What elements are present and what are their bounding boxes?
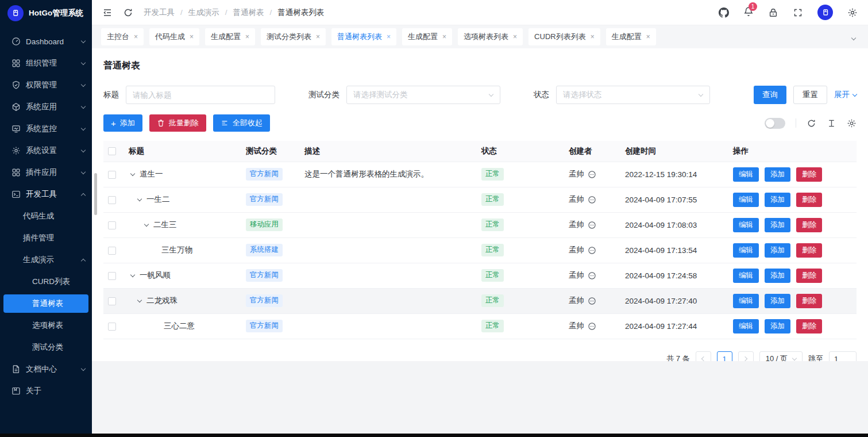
creator-info-icon[interactable] (588, 271, 596, 280)
add-child-button[interactable]: 添加 (765, 218, 790, 232)
expand-chevron-icon[interactable] (136, 300, 144, 302)
row-density-icon[interactable] (827, 118, 836, 128)
sidebar-item-option-tree[interactable]: 选项树表 (0, 315, 92, 336)
row-checkbox[interactable] (108, 297, 116, 305)
sidebar-item-code-gen[interactable]: 代码生成 (0, 205, 92, 227)
sidebar-item-about[interactable]: 关于 (0, 380, 92, 402)
delete-button[interactable]: 删除 (796, 167, 822, 182)
close-icon[interactable]: × (513, 33, 517, 40)
batch-delete-button[interactable]: 批量删除 (149, 114, 206, 132)
close-icon[interactable]: × (316, 33, 320, 40)
settings-gear-icon[interactable] (847, 7, 858, 18)
tab-list-dropdown[interactable] (852, 32, 859, 42)
creator-info-icon[interactable] (588, 221, 596, 229)
close-icon[interactable]: × (387, 33, 391, 40)
sidebar-item-dashboard[interactable]: Dashboard (0, 30, 92, 52)
tab-gen-config-2[interactable]: 生成配置× (402, 28, 452, 45)
close-icon[interactable]: × (646, 33, 650, 40)
tab-option-tree-list[interactable]: 选项树表列表× (458, 28, 523, 45)
title-filter-input[interactable] (126, 86, 275, 104)
tab-gen-config-3[interactable]: 生成配置× (606, 28, 656, 45)
close-icon[interactable]: × (591, 33, 595, 40)
sidebar-item-permission[interactable]: 权限管理 (0, 74, 92, 96)
app-logo[interactable]: HotGo管理系统 (0, 0, 92, 26)
add-child-button[interactable]: 添加 (765, 319, 790, 334)
status-filter-select[interactable]: 请选择状态 (556, 86, 710, 104)
refresh-icon[interactable] (123, 7, 133, 18)
sidebar-item-normal-tree[interactable]: 普通树表 (3, 294, 88, 313)
close-icon[interactable]: × (245, 33, 249, 40)
tab-gen-config-1[interactable]: 生成配置× (205, 28, 255, 45)
sidebar-item-gen-demo[interactable]: 生成演示 (0, 249, 92, 271)
creator-info-icon[interactable] (588, 322, 596, 331)
edit-button[interactable]: 编辑 (733, 243, 759, 258)
row-checkbox[interactable] (108, 323, 116, 331)
delete-button[interactable]: 删除 (796, 319, 822, 334)
close-icon[interactable]: × (134, 33, 138, 40)
edit-button[interactable]: 编辑 (733, 319, 759, 334)
edit-button[interactable]: 编辑 (733, 193, 759, 207)
tab-normal-tree-list[interactable]: 普通树表列表× (331, 28, 396, 45)
edit-button[interactable]: 编辑 (733, 218, 759, 232)
sidebar-item-system-settings[interactable]: 系统设置 (0, 140, 92, 162)
close-icon[interactable]: × (190, 33, 194, 40)
sidebar-item-org[interactable]: 组织管理 (0, 52, 92, 74)
sidebar-item-dev-tools[interactable]: 开发工具 (0, 183, 92, 205)
delete-button[interactable]: 删除 (796, 294, 822, 308)
delete-button[interactable]: 删除 (796, 243, 822, 258)
sidebar-item-test-category[interactable]: 测试分类 (0, 336, 92, 358)
creator-info-icon[interactable] (588, 170, 596, 179)
sidebar-item-curd-list[interactable]: CURD列表 (0, 271, 92, 293)
expand-chevron-icon[interactable] (129, 275, 137, 277)
tab-code-gen[interactable]: 代码生成× (149, 28, 199, 45)
lock-icon[interactable] (768, 7, 778, 18)
select-all-checkbox[interactable] (108, 147, 116, 155)
edit-button[interactable]: 编辑 (733, 269, 759, 283)
notifications-button[interactable]: 1 (743, 6, 754, 19)
sidebar-item-plugin-manage[interactable]: 插件管理 (0, 227, 92, 249)
delete-button[interactable]: 删除 (796, 193, 822, 207)
tab-console[interactable]: 主控台× (101, 28, 144, 45)
category-filter-select[interactable]: 请选择测试分类 (346, 86, 500, 104)
scrollbar-thumb[interactable] (94, 173, 97, 215)
row-checkbox[interactable] (108, 272, 116, 280)
row-checkbox[interactable] (108, 247, 116, 255)
breadcrumb-item[interactable]: 生成演示 (188, 7, 219, 18)
add-child-button[interactable]: 添加 (765, 193, 790, 207)
search-button[interactable]: 查询 (754, 86, 786, 104)
delete-button[interactable]: 删除 (796, 269, 822, 283)
edit-button[interactable]: 编辑 (733, 167, 759, 182)
table-striped-toggle[interactable] (765, 118, 785, 129)
breadcrumb-item[interactable]: 普通树表 (233, 7, 264, 18)
collapse-sidebar-icon[interactable] (102, 7, 113, 18)
row-checkbox[interactable] (108, 171, 116, 179)
sidebar-item-doc-center[interactable]: 文档中心 (0, 358, 92, 380)
row-checkbox[interactable] (108, 221, 116, 229)
expand-chevron-icon[interactable] (129, 174, 137, 175)
reload-table-icon[interactable] (807, 118, 816, 128)
edit-button[interactable]: 编辑 (733, 294, 759, 308)
add-child-button[interactable]: 添加 (765, 294, 790, 308)
add-child-button[interactable]: 添加 (765, 167, 790, 182)
breadcrumb-item[interactable]: 开发工具 (144, 7, 175, 18)
tab-cudr-list[interactable]: CUDR列表列表× (528, 28, 600, 45)
close-icon[interactable]: × (442, 33, 446, 40)
delete-button[interactable]: 删除 (796, 218, 822, 232)
add-button[interactable]: + 添加 (103, 114, 142, 132)
column-settings-icon[interactable] (847, 118, 857, 128)
creator-info-icon[interactable] (588, 195, 596, 204)
collapse-all-button[interactable]: 全部收起 (213, 114, 270, 132)
add-child-button[interactable]: 添加 (765, 269, 790, 283)
fullscreen-icon[interactable] (793, 7, 803, 18)
row-checkbox[interactable] (108, 196, 116, 204)
sidebar-item-system-app[interactable]: 系统应用 (0, 96, 92, 118)
creator-info-icon[interactable] (588, 297, 596, 305)
reset-button[interactable]: 重置 (793, 86, 827, 104)
expand-chevron-icon[interactable] (142, 224, 151, 226)
creator-info-icon[interactable] (588, 246, 596, 255)
github-icon[interactable] (719, 7, 729, 18)
expand-filters-link[interactable]: 展开 (834, 90, 857, 100)
avatar[interactable] (817, 5, 833, 20)
add-child-button[interactable]: 添加 (765, 243, 790, 258)
tab-test-category-list[interactable]: 测试分类列表× (261, 28, 326, 45)
